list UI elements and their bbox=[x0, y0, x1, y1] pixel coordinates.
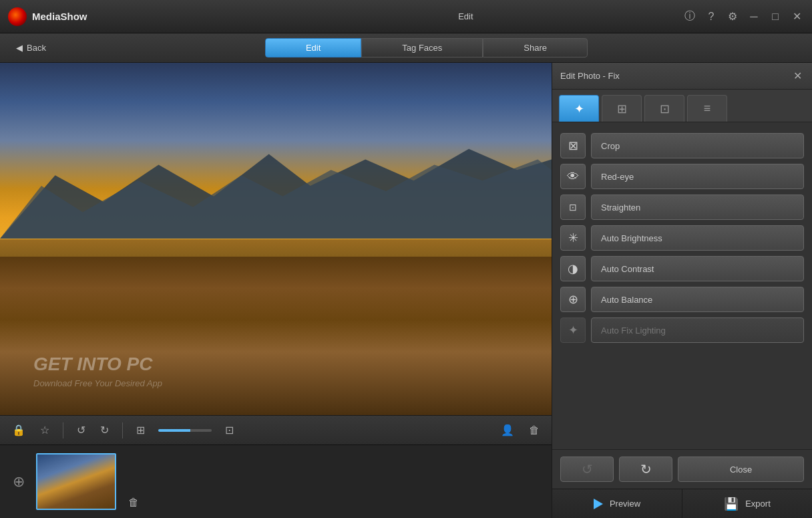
preview-export-bar: Preview 💾 Export bbox=[552, 489, 812, 518]
auto-balance-row: ⊕ Auto Balance bbox=[560, 287, 804, 312]
fix-icon: ✦ bbox=[574, 102, 584, 116]
redo-button[interactable]: ↻ bbox=[96, 421, 113, 439]
preview-button[interactable]: Preview bbox=[552, 489, 682, 518]
add-icon: ⊕ bbox=[13, 473, 25, 491]
delete-strip-icon: 🗑 bbox=[128, 497, 139, 509]
tab-edit[interactable]: Edit bbox=[265, 38, 361, 57]
edit-panel-header: Edit Photo - Fix ✕ bbox=[552, 63, 812, 90]
tab-fix[interactable]: ✦ bbox=[559, 95, 599, 122]
delete-from-strip-button[interactable]: 🗑 bbox=[123, 455, 144, 509]
effects-icon: ⊡ bbox=[660, 102, 670, 116]
panel-close-button[interactable]: Close bbox=[678, 457, 804, 482]
crop-button[interactable]: Crop bbox=[591, 133, 804, 158]
toolbar-separator bbox=[63, 422, 63, 438]
tab-effects[interactable]: ⊡ bbox=[644, 95, 684, 122]
zoom-slider[interactable] bbox=[158, 429, 212, 432]
red-eye-button[interactable]: Red-eye bbox=[591, 164, 804, 189]
auto-balance-button[interactable]: Auto Balance bbox=[591, 287, 804, 312]
app-name: MediaShow bbox=[32, 11, 249, 22]
tab-adjust[interactable]: ⊞ bbox=[602, 95, 642, 122]
title-bar: MediaShow Edit ⓘ ? ⚙ ─ □ ✕ bbox=[0, 0, 812, 33]
options-icon: ≡ bbox=[704, 102, 711, 116]
close-button[interactable]: ✕ bbox=[789, 10, 804, 23]
edit-panel-close-button[interactable]: ✕ bbox=[791, 70, 804, 82]
straighten-row: ⊡ Straighten bbox=[560, 195, 804, 220]
fullscreen-button[interactable]: ⊡ bbox=[221, 421, 238, 439]
settings-icon[interactable]: ⚙ bbox=[725, 10, 740, 23]
view-button[interactable]: ⊞ bbox=[132, 421, 149, 439]
export-button[interactable]: 💾 Export bbox=[682, 489, 812, 518]
auto-fix-lighting-button: Auto Fix Lighting bbox=[591, 317, 804, 343]
panel-undo-button[interactable]: ↺ bbox=[560, 457, 614, 482]
crop-row: ⊠ Crop bbox=[560, 133, 804, 158]
add-photo-button[interactable]: ⊕ bbox=[8, 471, 29, 493]
help-icon[interactable]: ? bbox=[704, 11, 719, 23]
edit-buttons: ⊠ Crop 👁 Red-eye ⊡ Straighten bbox=[552, 122, 812, 449]
straighten-icon-button[interactable]: ⊡ bbox=[560, 195, 586, 220]
crop-icon-button[interactable]: ⊠ bbox=[560, 133, 586, 158]
auto-brightness-row: ✳ Auto Brightness bbox=[560, 225, 804, 251]
minimize-button[interactable]: ─ bbox=[747, 11, 761, 23]
edit-panel: Edit Photo - Fix ✕ ✦ ⊞ ⊡ ≡ ⊠ bbox=[552, 63, 812, 518]
auto-balance-icon-button[interactable]: ⊕ bbox=[560, 287, 586, 312]
fix-lighting-icon: ✦ bbox=[568, 323, 578, 338]
save-icon: 💾 bbox=[724, 497, 739, 511]
auto-brightness-button[interactable]: Auto Brightness bbox=[591, 225, 804, 251]
maximize-button[interactable]: □ bbox=[768, 11, 783, 23]
panel-redo-icon: ↻ bbox=[640, 461, 652, 477]
mountain-layer bbox=[0, 133, 552, 239]
title-controls: ⓘ ? ⚙ ─ □ ✕ bbox=[682, 9, 804, 23]
undo-button[interactable]: ↺ bbox=[73, 421, 89, 439]
back-label: Back bbox=[27, 43, 46, 53]
auto-brightness-icon-button[interactable]: ✳ bbox=[560, 225, 586, 251]
main-content: GET INTO PC Download Free Your Desired A… bbox=[0, 63, 812, 518]
brightness-icon: ✳ bbox=[568, 231, 578, 245]
contrast-icon: ◑ bbox=[568, 261, 578, 276]
adjust-icon: ⊞ bbox=[617, 102, 627, 116]
red-eye-row: 👁 Red-eye bbox=[560, 164, 804, 189]
toolbar: 🔒 ☆ ↺ ↻ ⊞ ⊡ 👤 🗑 bbox=[0, 415, 552, 444]
photo-area: GET INTO PC Download Free Your Desired A… bbox=[0, 63, 552, 518]
thumbnail-image bbox=[37, 455, 115, 509]
window-title: Edit bbox=[249, 11, 682, 21]
tab-share[interactable]: Share bbox=[483, 38, 588, 57]
play-icon bbox=[594, 499, 603, 509]
red-eye-icon: 👁 bbox=[567, 170, 579, 184]
straighten-icon: ⊡ bbox=[569, 202, 577, 213]
panel-redo-button[interactable]: ↻ bbox=[619, 457, 672, 482]
tab-tag-faces[interactable]: Tag Faces bbox=[361, 38, 483, 57]
panel-undo-icon: ↺ bbox=[582, 461, 593, 477]
info-icon[interactable]: ⓘ bbox=[682, 9, 697, 23]
straighten-button[interactable]: Straighten bbox=[591, 195, 804, 220]
toolbar-separator-2 bbox=[122, 422, 123, 438]
thumbnail-item[interactable] bbox=[36, 453, 116, 510]
edit-bottom-controls: ↺ ↻ Close bbox=[552, 449, 812, 489]
red-eye-icon-button[interactable]: 👁 bbox=[560, 164, 586, 189]
edit-panel-title: Edit Photo - Fix bbox=[560, 71, 791, 81]
star-button[interactable]: ☆ bbox=[36, 421, 53, 439]
nav-tabs: Edit Tag Faces Share bbox=[51, 38, 801, 57]
edit-tabs: ✦ ⊞ ⊡ ≡ bbox=[552, 90, 812, 122]
rocks-layer bbox=[0, 257, 552, 415]
back-arrow-icon: ◀ bbox=[16, 43, 23, 53]
nav-bar: ◀ Back Edit Tag Faces Share bbox=[0, 33, 812, 63]
auto-contrast-row: ◑ Auto Contrast bbox=[560, 256, 804, 281]
auto-fix-lighting-row: ✦ Auto Fix Lighting bbox=[560, 317, 804, 343]
back-button[interactable]: ◀ Back bbox=[11, 40, 51, 55]
auto-contrast-button[interactable]: Auto Contrast bbox=[591, 256, 804, 281]
tag-people-button[interactable]: 👤 bbox=[497, 421, 518, 439]
auto-contrast-icon-button[interactable]: ◑ bbox=[560, 256, 586, 281]
tab-options[interactable]: ≡ bbox=[687, 95, 727, 122]
delete-button[interactable]: 🗑 bbox=[525, 422, 544, 439]
auto-fix-lighting-icon-button: ✦ bbox=[560, 317, 586, 343]
app-logo bbox=[8, 7, 27, 26]
balance-icon: ⊕ bbox=[568, 292, 578, 307]
film-strip: ⊕ 🗑 bbox=[0, 444, 552, 518]
photo-canvas: GET INTO PC Download Free Your Desired A… bbox=[0, 63, 552, 415]
crop-icon: ⊠ bbox=[568, 138, 578, 153]
photo-display: GET INTO PC Download Free Your Desired A… bbox=[0, 63, 552, 415]
lock-button[interactable]: 🔒 bbox=[8, 421, 29, 439]
